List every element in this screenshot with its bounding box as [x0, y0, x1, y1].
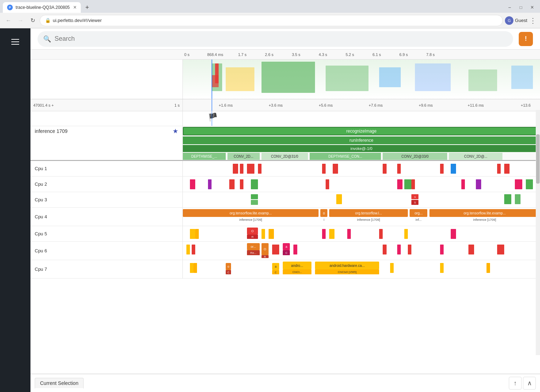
trace-viewer: 0 s 868.4 ms 1.7 s 2.6 s 3.5 s 4.3 s 5.2… [30, 50, 540, 374]
cpu5-label: Cpu 5 [30, 226, 183, 241]
tab-bar: P trace-blueline-QQ3A.200805 × + − □ × [0, 0, 540, 13]
tab-favicon: P [7, 5, 13, 10]
overview-ruler: 0 s 868.4 ms 1.7 s 2.6 s 3.5 s 4.3 s 5.2… [30, 50, 540, 60]
ruler-mark-69: 6.9 s [399, 52, 408, 57]
overview-canvas[interactable] [30, 60, 540, 99]
recognize-image-bar[interactable]: recognizeImage [183, 127, 540, 135]
forward-button[interactable]: → [16, 16, 26, 26]
address-bar: ← → ↻ 🔒 G Guest ⋮ [0, 13, 540, 28]
scrollbar-thumb[interactable] [536, 134, 540, 183]
tensorflow-bar-1[interactable]: org.tensorflow.lite.examp... [183, 209, 319, 217]
current-selection-tab[interactable]: Current Selection [35, 378, 84, 389]
refresh-button[interactable]: ↻ [28, 16, 38, 26]
inference-label-5: inference [1709] [429, 217, 540, 223]
cpu6-canvas[interactable]: or... Re... O R a C [183, 242, 540, 260]
scroll-top-button[interactable]: ↑ [509, 377, 522, 390]
active-tab[interactable]: P trace-blueline-QQ3A.200805 × [3, 2, 81, 13]
cpu6-label: Cpu 6 [30, 242, 183, 260]
cpu3-label: Cpu 3 [30, 192, 183, 207]
flag-icon: 🏴 [208, 113, 218, 122]
overview-visualization[interactable] [183, 60, 540, 99]
cpu3-track: Cpu 3 s S [30, 192, 540, 208]
cpu7-track: Cpu 7 o C a C andro... ChiCt... android.… [30, 260, 540, 279]
cpu7-label: Cpu 7 [30, 260, 183, 278]
conv2d-bar-1[interactable]: CONV_2D... [227, 153, 260, 160]
conv2d-bar-2[interactable]: CONV_2D@31/0 [261, 153, 308, 160]
run-inference-canvas[interactable]: runInference [183, 136, 540, 145]
ruler-mark-52: 5.2 s [345, 52, 354, 57]
inference-label-2: i [320, 217, 327, 223]
tab-close-icon[interactable]: × [73, 4, 77, 11]
scrollbar[interactable] [536, 110, 540, 355]
tensorflow-bar-2[interactable]: o [320, 209, 327, 217]
conv2d-bar-4[interactable]: CONV_2D@... [449, 153, 502, 160]
detail-cursor-line [212, 99, 212, 111]
depthwise-bar-2[interactable]: DEPTHWISE_CON... [310, 153, 381, 160]
cpu5-canvas[interactable]: O R [183, 226, 540, 241]
ruler-mark-35: 3.5 s [292, 52, 300, 57]
window-controls: − □ × [505, 2, 540, 12]
conv2d-bar-3[interactable]: CONV_2D@33/0 [383, 153, 447, 160]
profile-label: Guest [515, 18, 527, 23]
inference-label-3: inference [1709] [329, 217, 408, 223]
cpu3-canvas[interactable]: s S [183, 192, 540, 207]
bottom-bar: Current Selection ↑ ∧ [30, 374, 540, 392]
cpu2-canvas[interactable] [183, 177, 540, 192]
flag-cursor-line [212, 111, 212, 126]
inference-label-4: inf... [410, 217, 427, 223]
ruler-mark-26: 2.6 s [265, 52, 274, 57]
profile-button[interactable]: G Guest [505, 16, 527, 25]
hamburger-menu-button[interactable] [6, 33, 24, 51]
search-bar: 🔍 ! [30, 28, 540, 50]
app-container: 🔍 ! 0 s 868.4 ms 1.7 s 2.6 s 3.5 s 4.3 s… [0, 28, 540, 392]
detail-ruler: 47001.4 s + 1 s +1.6 ms +3.6 ms +5.6 ms … [30, 99, 540, 111]
new-tab-button[interactable]: + [82, 2, 92, 12]
cpu7-canvas[interactable]: o C a C andro... ChiCt... android.hardwa… [183, 260, 540, 278]
flag-canvas: 🏴 [183, 111, 540, 126]
collapse-button[interactable]: ∧ [523, 377, 536, 390]
tensorflow-bar-5[interactable]: org.tensorflow.lite.examp... [429, 209, 540, 217]
ruler-mark-43: 4.3 s [319, 52, 327, 57]
invoke-bar[interactable]: invoke@-1/0 [183, 145, 540, 152]
flag-marker: 🏴 [208, 113, 218, 122]
cpu2-label: Cpu 2 [30, 177, 183, 192]
browser-menu-button[interactable]: ⋮ [529, 16, 536, 25]
tensorflow-bar-3[interactable]: org.tensorflow.l... [329, 209, 408, 217]
inference-row-1: inference 1709 ★ recognizeImage [30, 126, 540, 136]
close-window-button[interactable]: × [527, 2, 537, 12]
address-input[interactable] [53, 18, 497, 23]
minimize-button[interactable]: − [505, 2, 514, 12]
lock-icon: 🔒 [45, 18, 51, 23]
ruler-mark-78: 7.8 s [426, 52, 435, 57]
profile-icon: G [505, 16, 513, 25]
hamburger-line-1 [11, 39, 19, 40]
maximize-button[interactable]: □ [516, 2, 526, 12]
inference-row-2: runInference [30, 136, 540, 145]
cpu1-track: Cpu 1 [30, 161, 540, 177]
search-container: 🔍 [38, 31, 513, 47]
cpu6-track: Cpu 6 or... Re... O R a C [30, 242, 540, 260]
inference-track: inference 1709 ★ recognizeImage runInfer… [30, 126, 540, 161]
star-icon: ★ [173, 127, 178, 135]
browser-chrome: P trace-blueline-QQ3A.200805 × + − □ × ←… [0, 0, 540, 28]
cpu1-canvas[interactable] [183, 161, 540, 176]
hamburger-line-2 [11, 41, 19, 42]
notification-button[interactable]: ! [519, 32, 533, 46]
cpu4-canvas[interactable]: org.tensorflow.lite.examp... inference [… [183, 208, 540, 226]
cpu4-track: Cpu 4 org.tensorflow.lite.examp... infer… [30, 208, 540, 226]
run-inference-bar[interactable]: runInference [183, 136, 540, 144]
depthwise-bar-1[interactable]: DEPTHWISE_... [183, 153, 226, 160]
search-icon: 🔍 [43, 35, 51, 43]
back-button[interactable]: ← [4, 16, 13, 26]
invoke-canvas[interactable]: invoke@-1/0 [183, 145, 540, 152]
hamburger-line-3 [11, 44, 19, 45]
tensorflow-bar-4[interactable]: org... [410, 209, 427, 217]
subops-canvas[interactable]: DEPTHWISE_... CONV_2D... CONV_2D@31/0 DE… [183, 152, 540, 160]
address-input-container: 🔒 [40, 15, 503, 26]
bottom-right-buttons: ↑ ∧ [509, 377, 536, 390]
search-input[interactable] [55, 35, 507, 43]
ruler-mark-17: 1.7 s [238, 52, 247, 57]
recognize-image-canvas[interactable]: recognizeImage [183, 126, 540, 136]
ruler-top-marks: 0 s 868.4 ms 1.7 s 2.6 s 3.5 s 4.3 s 5.2… [183, 52, 540, 57]
sidebar [0, 28, 30, 392]
